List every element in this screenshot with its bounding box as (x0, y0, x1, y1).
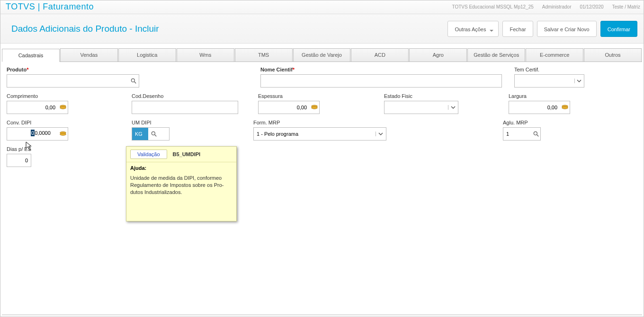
svg-point-7 (562, 106, 568, 109)
comprimento-input[interactable] (7, 101, 58, 114)
search-icon[interactable] (128, 78, 139, 84)
aglu-mrp-input-wrap[interactable] (503, 127, 541, 141)
tab-gestao-servicos[interactable]: Gestão de Serviços (467, 48, 525, 62)
top-bar: TOTVS | Faturamento TOTVS Educacional MS… (0, 0, 644, 14)
user-label: Administrador (542, 4, 572, 9)
estado-fisic-input[interactable] (385, 101, 448, 114)
env-label: TOTVS Educacional MSSQL Mp12_25 (452, 4, 533, 9)
validacao-button[interactable]: Validação (130, 150, 167, 159)
espessura-input-wrap[interactable] (258, 101, 320, 114)
form-mrp-select[interactable] (253, 127, 386, 141)
other-actions-button[interactable]: Outras Ações (447, 21, 499, 37)
cod-desenho-input[interactable] (132, 101, 238, 114)
tab-vendas[interactable]: Vendas (60, 48, 118, 62)
um-dipi-input[interactable] (132, 128, 148, 140)
save-and-new-button[interactable]: Salvar e Criar Novo (537, 21, 597, 37)
nome-cientif-input[interactable] (261, 75, 501, 87)
close-button[interactable]: Fechar (502, 21, 533, 37)
tab-strip: Cadastrais Vendas Logistica Wms TMS Gest… (2, 48, 642, 62)
help-field-name: B5_UMDIPI (173, 151, 201, 157)
svg-point-3 (60, 106, 66, 109)
help-text: Unidade de medida da DIPI, conformeo Reg… (130, 175, 233, 217)
help-popup: Validação B5_UMDIPI Ajuda: Unidade de me… (126, 146, 237, 221)
label-dias-p-es: Dias p/ ES (7, 146, 31, 152)
help-title: Ajuda: (130, 165, 233, 171)
tem-certif-input[interactable] (515, 75, 574, 87)
tab-gestao-varejo[interactable]: Gestão de Varejo (293, 48, 351, 62)
tab-tms[interactable]: TMS (235, 48, 293, 62)
frame-bottom (2, 315, 642, 315)
label-largura: Largura (509, 93, 570, 99)
date-label: 01/12/2020 (580, 4, 603, 9)
comprimento-input-wrap[interactable] (7, 101, 68, 114)
stack-icon (58, 131, 68, 137)
search-icon[interactable] (148, 131, 160, 137)
label-um-dipi: UM DIPI (132, 120, 170, 125)
conv-dipi-value: 0,0000 (35, 130, 51, 136)
tab-logistica[interactable]: Logistica (118, 48, 176, 62)
label-aglu-mrp: Aglu. MRP (503, 120, 541, 125)
label-cod-desenho: Cod.Desenho (132, 93, 238, 99)
label-nome-cientif: Nome Cientif* (260, 67, 502, 72)
largura-input[interactable] (509, 101, 560, 114)
label-estado-fisic: Estado Fisic (384, 93, 458, 99)
action-bar: Dados Adicionais do Produto - Incluir Ou… (0, 14, 644, 44)
chevron-down-icon[interactable] (448, 105, 458, 110)
branch-label: Teste / Matriz (612, 4, 640, 9)
confirm-button[interactable]: Confirmar (600, 21, 637, 37)
chevron-down-icon[interactable] (574, 79, 584, 83)
chevron-down-icon[interactable] (376, 132, 386, 136)
label-comprimento: Comprimento (7, 93, 68, 99)
search-icon[interactable] (532, 131, 540, 137)
svg-point-0 (131, 79, 134, 82)
form-mrp-input[interactable] (254, 128, 376, 140)
svg-line-13 (537, 135, 539, 137)
produto-input[interactable] (7, 75, 128, 87)
cod-desenho-input-wrap[interactable] (132, 101, 238, 114)
nome-cientif-input-wrap[interactable] (260, 74, 502, 88)
svg-point-10 (152, 132, 155, 135)
aglu-mrp-input[interactable] (503, 128, 532, 140)
espessura-input[interactable] (259, 101, 310, 114)
label-form-mrp: Form. MRP (253, 120, 386, 125)
page-title: Dados Adicionais do Produto - Incluir (11, 24, 159, 34)
label-conv-dipi: Conv. DIPI (7, 120, 68, 125)
form-body: Produto* Nome Cientif* Tem Certif. (0, 62, 644, 177)
svg-point-9 (60, 133, 66, 135)
tem-certif-select[interactable] (514, 74, 584, 88)
tab-outros[interactable]: Outros (584, 48, 642, 62)
stack-icon (310, 105, 319, 110)
dias-p-es-input-wrap[interactable] (7, 154, 31, 167)
svg-point-5 (312, 106, 318, 109)
stack-icon (58, 105, 68, 110)
dias-p-es-input[interactable] (7, 154, 31, 167)
tab-ecommerce[interactable]: E-commerce (526, 48, 583, 62)
label-espessura: Espessura (258, 93, 320, 99)
label-produto: Produto* (7, 67, 139, 72)
produto-input-wrap[interactable] (7, 74, 139, 88)
conv-dipi-input-wrap[interactable]: 00,0000 (7, 127, 68, 141)
estado-fisic-select[interactable] (384, 101, 458, 114)
svg-line-11 (155, 135, 157, 137)
app-title: TOTVS | Faturamento (6, 2, 94, 12)
tab-cadastrais[interactable]: Cadastrais (2, 49, 60, 62)
um-dipi-input-wrap[interactable] (132, 127, 170, 141)
svg-line-1 (134, 82, 136, 84)
tab-agro[interactable]: Agro (409, 48, 467, 62)
stack-icon (560, 105, 570, 110)
largura-input-wrap[interactable] (509, 101, 570, 114)
svg-point-12 (534, 132, 537, 135)
tab-acd[interactable]: ACD (351, 48, 409, 62)
tab-wms[interactable]: Wms (177, 48, 234, 62)
label-tem-certif: Tem Certif. (514, 67, 584, 72)
